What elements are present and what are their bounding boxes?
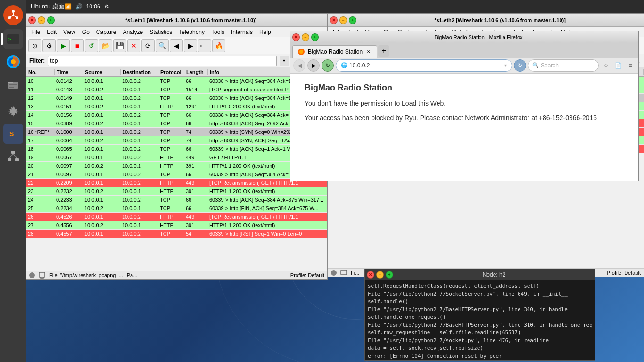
ws1-packet-row[interactable]: 26 0.4526 10.0.0.1 10.0.0.2 HTTP 449 [TC… [26, 213, 327, 221]
wireshark2-title: *s1-eth2 [Wireshark 1.10.6 (v1.10.6 from… [358, 17, 642, 23]
ws1-packet-row[interactable]: 25 0.2234 10.0.0.2 10.0.0.1 TCP 66 60339… [26, 204, 327, 213]
ws1-packet-row[interactable]: 17 0.0064 10.0.0.2 10.0.0.1 TCP 74 http … [26, 136, 327, 145]
firefox-close[interactable]: ✕ [292, 33, 300, 41]
terminal-line: File "/usr/lib/python2.7/SocketServer.py… [368, 290, 592, 298]
ws1-packet-row[interactable]: 18 0.0065 10.0.0.1 10.0.0.2 TCP 66 60339… [26, 145, 327, 153]
tb-stop[interactable]: ■ [71, 39, 84, 52]
sidebar-settings-button[interactable] [3, 101, 23, 121]
col-proto: Protocol [158, 69, 184, 75]
menu-edit[interactable]: Edit [44, 28, 59, 36]
menu-internals[interactable]: Internals [228, 28, 256, 36]
ws1-packet-row[interactable]: 14 0.0156 10.0.0.1 10.0.0.2 TCP 66 60338… [26, 111, 327, 119]
col-source: Source [83, 69, 121, 75]
firefox-bookmark-icon[interactable]: ☆ [601, 60, 611, 71]
firefox-reload-btn[interactable]: ↻ [322, 59, 334, 72]
tb-open[interactable]: 📂 [99, 39, 112, 52]
ws1-packet-row[interactable]: 19 0.0067 10.0.0.1 10.0.0.2 HTTP 449 GET… [26, 153, 327, 162]
menu-capture[interactable]: Capture [93, 28, 119, 36]
filter-dropdown[interactable]: ▾ [280, 56, 289, 66]
status-profile: Profile: Default [290, 272, 324, 278]
ws1-packet-row[interactable]: 12 0.0149 10.0.0.1 10.0.0.2 TCP 66 60338… [26, 94, 327, 102]
firefox-reader-icon[interactable]: 📄 [613, 60, 623, 71]
status-dot [29, 272, 35, 278]
tb-reload[interactable]: ⟳ [141, 39, 155, 52]
svg-rect-13 [8, 82, 13, 83]
ws2-status-file: Fi... [351, 270, 359, 276]
wireshark1-toolbar: ⊙ ⚙ ▶ ■ ↺ 📂 💾 ✕ ⟳ 🔍 ◀ ▶ ⟵ 🔥 [26, 37, 327, 54]
terminal-line: data = self._sock.recv(self.rbufsize) [368, 345, 592, 353]
firefox-forward-btn[interactable]: ▶ [307, 59, 320, 72]
ws1-packet-row[interactable]: 24 0.2233 10.0.0.1 10.0.0.2 TCP 66 60339… [26, 196, 327, 204]
svg-rect-21 [15, 158, 19, 161]
firefox-maximize[interactable]: + [311, 33, 319, 41]
tb-start[interactable]: ▶ [57, 39, 70, 52]
firefox-new-tab-btn[interactable]: + [378, 45, 389, 57]
tb-next[interactable]: ▶ [184, 39, 197, 52]
ws1-packet-row[interactable]: 23 0.2232 10.0.0.2 10.0.0.1 HTTP 391 HTT… [26, 187, 327, 196]
tb-restart[interactable]: ↺ [85, 39, 98, 52]
ws1-packet-row[interactable]: 28 0.4557 10.0.0.1 10.0.0.2 TCP 54 60339… [26, 230, 327, 238]
firefox-refresh-btn[interactable]: ↻ [514, 59, 526, 72]
sidebar-files-button[interactable] [3, 74, 23, 94]
menu-tools[interactable]: Tools [208, 28, 227, 36]
firefox-tab-close[interactable]: ✕ [365, 49, 372, 55]
menu-file[interactable]: File [28, 28, 43, 36]
terminal-maximize[interactable]: + [386, 271, 393, 279]
ws1-packet-row[interactable]: 16 *REF* 0.1000 10.0.0.1 10.0.0.2 TCP 74… [26, 128, 327, 136]
firefox-menu-icon[interactable]: ≡ [625, 60, 636, 71]
tb-capture-interfaces[interactable]: ⊙ [28, 39, 41, 52]
terminal-line: File "/usr/lib/python2.7/socket.py", lin… [368, 337, 592, 345]
firefox-tab-icon [297, 48, 305, 56]
firefox-search-box[interactable]: 🔍 Search [528, 59, 599, 72]
ubuntu-logo-button[interactable] [3, 5, 23, 25]
ws1-packet-row[interactable]: 22 0.2209 10.0.0.1 10.0.0.2 HTTP 449 [TC… [26, 179, 327, 187]
menu-analyze[interactable]: Analyze [120, 28, 146, 36]
sidebar-terminal-button[interactable]: >_ [3, 29, 23, 49]
wireshark1-close[interactable]: ✕ [28, 16, 36, 24]
firefox-back-btn[interactable]: ◀ [293, 59, 305, 72]
wireshark1-minimize[interactable]: − [38, 16, 45, 24]
sidebar-network-button[interactable] [3, 147, 23, 166]
menu-statistics[interactable]: Statistics [147, 28, 175, 36]
firefox-tab-1[interactable]: BigMao Radio Station ✕ [292, 45, 377, 58]
ws2-status-dot [331, 270, 337, 276]
menu-telephony[interactable]: Telephony [176, 28, 207, 36]
terminal-line: File "/usr/lib/python2.7/BaseHTTPServer.… [368, 321, 592, 329]
ws1-packet-row[interactable]: 27 0.4556 10.0.0.2 10.0.0.1 HTTP 391 HTT… [26, 221, 327, 230]
svg-text:S: S [9, 130, 14, 138]
terminal-close[interactable]: ✕ [367, 271, 374, 279]
ws1-packet-row[interactable]: 20 0.0097 10.0.0.2 10.0.0.1 HTTP 391 HTT… [26, 162, 327, 170]
menu-view[interactable]: View [60, 28, 78, 36]
tb-close[interactable]: ✕ [127, 39, 140, 52]
sidebar-sublime-button[interactable]: S [3, 124, 23, 144]
menu-go[interactable]: Go [79, 28, 92, 36]
tb-find[interactable]: 🔍 [156, 39, 169, 52]
tray-icon-power: ⚙ [104, 3, 109, 10]
ws1-packet-row[interactable]: 10 0.0142 10.0.0.1 10.0.0.2 TCP 66 60338… [26, 77, 327, 85]
terminal-window: ✕ − + Node: h2 self.RequestHandlerClass(… [364, 269, 595, 361]
filter-input[interactable] [48, 56, 276, 66]
firefox-address-bar[interactable]: 🌐 10.0.0.2 ▾ [336, 59, 512, 72]
terminal-minimize[interactable]: − [376, 271, 384, 279]
wireshark1-maximize[interactable]: + [47, 16, 55, 24]
filter-label: Filter: [29, 58, 45, 64]
tb-prev[interactable]: ◀ [170, 39, 183, 52]
tb-jump-back[interactable]: ⟵ [198, 39, 211, 52]
topbar-time: 10:06 [86, 3, 100, 10]
col-time: Time [55, 69, 83, 75]
ws1-packet-row[interactable]: 15 0.0389 10.0.0.2 10.0.0.1 TCP 66 http … [26, 119, 327, 128]
svg-rect-15 [9, 86, 17, 86]
firefox-minimize[interactable]: − [302, 33, 309, 41]
tb-options[interactable]: ⚙ [42, 39, 56, 52]
tb-save[interactable]: 💾 [113, 39, 126, 52]
ws1-packet-row[interactable]: 21 0.0097 10.0.0.1 10.0.0.2 TCP 66 60339… [26, 170, 327, 179]
menu-help[interactable]: Help [256, 28, 274, 36]
terminal-line: error: [Errno 104] Connection reset by p… [368, 353, 592, 361]
wireshark2-minimize[interactable]: − [339, 16, 347, 24]
ws1-packet-row[interactable]: 11 0.0148 10.0.0.2 10.0.0.1 TCP 1514 [TC… [26, 85, 327, 94]
wireshark2-close[interactable]: ✕ [330, 16, 338, 24]
wireshark2-maximize[interactable]: + [349, 16, 356, 24]
ws1-packet-row[interactable]: 13 0.0151 10.0.0.2 10.0.0.1 HTTP 1291 HT… [26, 102, 327, 111]
tb-colorize[interactable]: 🔥 [212, 39, 225, 52]
sidebar-firefox-button[interactable] [3, 52, 23, 72]
